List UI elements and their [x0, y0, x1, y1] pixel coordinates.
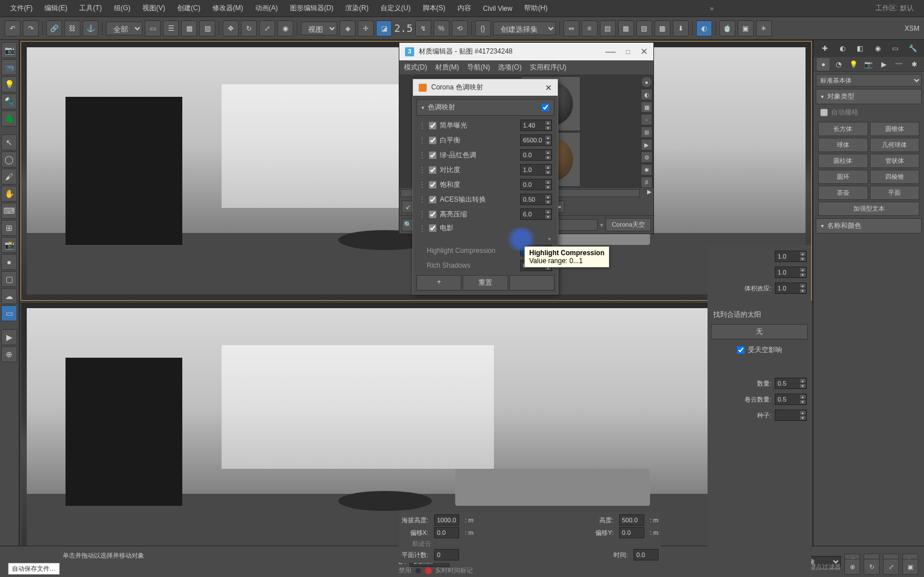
material-menu-material[interactable]: 材质(M): [435, 63, 459, 72]
window-crossing-icon[interactable]: ▨: [199, 21, 215, 36]
snapshot-icon[interactable]: 📸: [1, 237, 17, 253]
spinner-up-icon[interactable]: ▲: [545, 194, 551, 199]
saturation-input[interactable]: [521, 180, 545, 189]
paint-icon[interactable]: 🖌: [1, 169, 17, 185]
spinner-down-icon[interactable]: ▼: [545, 125, 551, 130]
material-max-icon[interactable]: □: [626, 48, 630, 56]
none-button[interactable]: 无: [711, 324, 808, 339]
select-by-mat-icon[interactable]: ✱: [641, 164, 652, 175]
display-tab-icon[interactable]: ▭: [889, 42, 902, 55]
tree-icon[interactable]: 🌲: [1, 111, 17, 126]
seed-input[interactable]: [775, 411, 799, 420]
exposure-checkbox[interactable]: [429, 122, 436, 129]
spinner-up-icon[interactable]: ▲: [545, 165, 551, 170]
spinner-up-icon[interactable]: ▲: [545, 209, 551, 214]
cameras-icon[interactable]: 📷: [862, 58, 875, 71]
sphere-tool-icon[interactable]: ●: [1, 254, 17, 270]
select-name-icon[interactable]: ☰: [163, 21, 179, 36]
placement-icon[interactable]: ◉: [277, 21, 293, 36]
reset-button[interactable]: 重置: [463, 275, 508, 290]
nav4-icon[interactable]: ⊕: [844, 559, 860, 575]
undo-icon[interactable]: ↶: [5, 21, 21, 36]
make-preview-icon[interactable]: ▶: [641, 139, 652, 150]
light-icon[interactable]: 💡: [1, 76, 17, 92]
array-icon[interactable]: ⊞: [1, 220, 17, 236]
render-frame-icon[interactable]: ▣: [738, 21, 754, 36]
play-icon[interactable]: ▶: [1, 329, 17, 345]
rect-select-icon[interactable]: ▦: [181, 21, 197, 36]
create-tab-icon[interactable]: ✚: [819, 42, 831, 55]
nav5-icon[interactable]: ↻: [864, 559, 880, 575]
matid-icon[interactable]: #: [641, 177, 652, 188]
menu-content[interactable]: 内容: [453, 1, 476, 15]
name-color-header[interactable]: 名称和颜色: [816, 218, 922, 234]
lights-icon[interactable]: 💡: [847, 58, 860, 71]
tint-input[interactable]: [521, 150, 545, 159]
sample-uv-icon[interactable]: ▫: [641, 114, 652, 125]
grid-tool-icon[interactable]: ⊕: [1, 346, 17, 362]
wb-checkbox[interactable]: [429, 137, 436, 144]
menu-script[interactable]: 脚本(S): [418, 1, 450, 15]
tube-button[interactable]: 管状体: [870, 154, 920, 168]
menu-graph[interactable]: 图形编辑器(D): [285, 1, 338, 15]
named-selection[interactable]: 创建选择集: [493, 22, 556, 35]
height-input[interactable]: [620, 515, 644, 525]
sphere-button[interactable]: 球体: [818, 138, 868, 152]
aces-checkbox[interactable]: [429, 196, 436, 203]
material-menu-utils[interactable]: 实用程序(U): [530, 63, 567, 72]
material-menu-options[interactable]: 选项(O): [498, 63, 521, 72]
hlcompress-checkbox[interactable]: [429, 211, 436, 218]
altitude-input[interactable]: [435, 515, 459, 525]
pyramid-button[interactable]: 四棱锥: [870, 170, 920, 184]
curve-editor-icon[interactable]: ▧: [636, 21, 652, 36]
object-type-header[interactable]: 对象类型: [816, 89, 922, 104]
material-type-button[interactable]: Corona天空: [606, 218, 651, 231]
render-icon[interactable]: ☀: [756, 21, 772, 36]
mirror-icon[interactable]: ⇔: [563, 21, 579, 36]
tonemap-section-header[interactable]: 色调映射: [416, 99, 554, 116]
spacewarps-icon[interactable]: 〰: [893, 58, 905, 71]
lasso-icon[interactable]: ◯: [1, 152, 17, 167]
material-close-icon[interactable]: ✕: [640, 46, 648, 57]
rec-on-icon[interactable]: [425, 567, 432, 574]
spinner-up-icon[interactable]: ▲: [545, 150, 551, 155]
menu-create[interactable]: 创建(C): [173, 1, 205, 15]
cloud-icon[interactable]: ☁: [1, 288, 17, 304]
menu-help[interactable]: 帮助(H): [520, 1, 552, 15]
filmic-checkbox[interactable]: [429, 224, 436, 232]
corona-close-icon[interactable]: ✕: [545, 83, 552, 92]
align-icon[interactable]: ≡: [582, 21, 598, 36]
cone-button[interactable]: 圆锥体: [870, 122, 920, 136]
redo-icon[interactable]: ↷: [23, 21, 39, 36]
spinner-down-icon[interactable]: ▼: [545, 140, 551, 145]
menu-render[interactable]: 渲染(R): [341, 1, 373, 15]
param1-input[interactable]: [775, 252, 799, 261]
keyboard-icon[interactable]: ⌨: [1, 203, 17, 219]
camera2-icon[interactable]: 📹: [1, 59, 17, 75]
video-check-icon[interactable]: ⊞: [641, 126, 652, 138]
menu-customize[interactable]: 自定义(U): [376, 1, 415, 15]
saturation-checkbox[interactable]: [429, 181, 436, 189]
material-minimize-icon[interactable]: —: [606, 46, 616, 58]
offsetx-input[interactable]: [435, 528, 459, 537]
link-icon[interactable]: 🔗: [46, 21, 62, 36]
volumetric-input[interactable]: [775, 284, 799, 293]
rect-tool-icon[interactable]: ▭: [1, 305, 17, 321]
hlcompress-input[interactable]: [521, 210, 545, 219]
spinner-up-icon[interactable]: ▲: [545, 120, 551, 125]
time-input[interactable]: [634, 550, 658, 559]
wb-input[interactable]: [521, 136, 545, 145]
contrast-checkbox[interactable]: [429, 166, 436, 174]
third-button[interactable]: [509, 275, 554, 290]
layer-icon[interactable]: ▤: [600, 21, 616, 36]
nav6-icon[interactable]: ⤢: [883, 559, 899, 575]
spinner-down-icon[interactable]: ▼: [545, 170, 551, 175]
cloud-input[interactable]: [775, 395, 799, 404]
material-menu-mode[interactable]: 模式(D): [404, 63, 427, 72]
helpers-icon[interactable]: ▶: [878, 58, 890, 71]
auto-grid-checkbox[interactable]: [820, 109, 828, 116]
primitive-category[interactable]: 标准基本体: [816, 74, 922, 87]
unlink-icon[interactable]: ⛓: [64, 21, 80, 36]
box-button[interactable]: 长方体: [818, 122, 868, 136]
select-tool-icon[interactable]: ↖: [1, 134, 17, 150]
